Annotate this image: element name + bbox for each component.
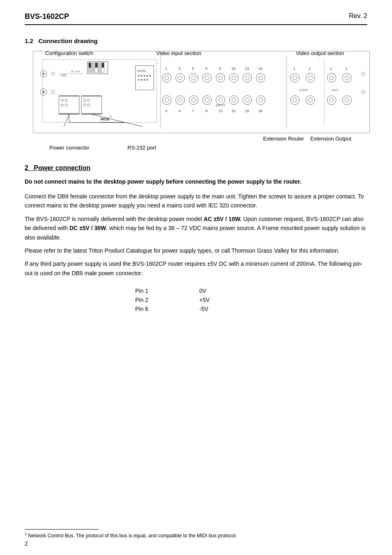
svg-point-59 bbox=[216, 73, 225, 82]
svg-point-22 bbox=[138, 75, 140, 76]
section-2-title: 2 Power connection bbox=[25, 164, 367, 172]
svg-point-40 bbox=[88, 99, 90, 101]
svg-text:5: 5 bbox=[192, 67, 194, 71]
svg-point-33 bbox=[65, 99, 67, 101]
svg-point-53 bbox=[189, 73, 198, 82]
svg-text:8: 8 bbox=[205, 109, 208, 113]
svg-point-99 bbox=[293, 76, 297, 80]
svg-point-47 bbox=[162, 73, 171, 82]
diagram-bottom-labels: Power connector RS-232 port Extension Ro… bbox=[33, 136, 370, 152]
svg-point-72 bbox=[165, 98, 169, 102]
svg-point-66 bbox=[245, 76, 249, 80]
svg-point-62 bbox=[229, 73, 238, 82]
svg-text:1: 1 bbox=[165, 67, 167, 71]
svg-point-89 bbox=[243, 96, 252, 105]
svg-text:14: 14 bbox=[258, 67, 263, 71]
svg-point-27 bbox=[138, 79, 140, 81]
svg-point-115 bbox=[306, 96, 315, 105]
connection-diagram: MID IN OUT RS232 bbox=[33, 51, 370, 133]
extension-router-label: Extension Router bbox=[263, 136, 304, 142]
svg-point-41 bbox=[83, 104, 86, 106]
svg-point-84 bbox=[219, 98, 223, 102]
svg-text:2: 2 bbox=[179, 67, 181, 71]
svg-point-69 bbox=[259, 76, 263, 80]
svg-point-77 bbox=[189, 96, 198, 105]
svg-point-109 bbox=[345, 76, 349, 80]
svg-point-98 bbox=[291, 73, 300, 82]
svg-rect-8 bbox=[95, 63, 98, 68]
svg-line-127 bbox=[92, 114, 143, 127]
svg-rect-3 bbox=[92, 63, 95, 73]
svg-point-30 bbox=[146, 79, 148, 81]
table-row: Pin 6-5V bbox=[135, 305, 257, 313]
warning-text: Do not connect mains to the desktop powe… bbox=[25, 177, 367, 186]
svg-point-51 bbox=[178, 76, 182, 80]
svg-text:3: 3 bbox=[165, 109, 167, 113]
document-title: BVS-1602CP bbox=[25, 12, 69, 21]
svg-point-23 bbox=[141, 75, 142, 76]
svg-point-56 bbox=[203, 73, 212, 82]
svg-point-116 bbox=[308, 98, 312, 102]
svg-point-102 bbox=[308, 76, 312, 80]
footer: 1 Network Control Bus. The protocol of t… bbox=[25, 529, 367, 539]
svg-text:OUT: OUT bbox=[332, 88, 339, 92]
paragraph-1: Connect the DB9 female connector from th… bbox=[25, 192, 367, 210]
svg-point-106 bbox=[330, 76, 334, 80]
svg-text:LOOP: LOOP bbox=[299, 88, 308, 92]
svg-point-120 bbox=[345, 98, 349, 102]
svg-text:1: 1 bbox=[330, 67, 332, 71]
section-connection-drawing: 1.2 Connection drawing Configuration swi… bbox=[25, 37, 367, 152]
svg-text:16: 16 bbox=[258, 109, 263, 113]
svg-rect-44 bbox=[81, 113, 102, 114]
svg-rect-43 bbox=[81, 95, 102, 97]
section-power-connection: 2 Power connection Do not connect mains … bbox=[25, 164, 367, 314]
svg-point-108 bbox=[343, 73, 352, 82]
svg-point-39 bbox=[83, 99, 86, 101]
svg-text:11: 11 bbox=[219, 109, 223, 113]
diagram-svg: MID IN OUT RS232 bbox=[33, 51, 369, 133]
svg-point-57 bbox=[205, 76, 209, 80]
svg-point-25 bbox=[146, 75, 148, 76]
power-connector-label: Power connector bbox=[49, 145, 90, 151]
svg-point-118 bbox=[330, 98, 334, 102]
svg-text:7: 7 bbox=[192, 109, 194, 113]
svg-point-15 bbox=[51, 90, 55, 94]
svg-point-11 bbox=[42, 72, 45, 75]
footnote: 1 Network Control Bus. The protocol of t… bbox=[25, 532, 367, 539]
svg-text:4: 4 bbox=[179, 109, 181, 113]
svg-rect-7 bbox=[89, 63, 91, 68]
svg-rect-9 bbox=[101, 63, 104, 68]
rs232-port-label: RS-232 port bbox=[127, 145, 156, 151]
section-1-2-title: 1.2 Connection drawing bbox=[25, 37, 367, 44]
svg-point-74 bbox=[176, 96, 185, 105]
svg-point-60 bbox=[219, 76, 223, 80]
table-row: Pin 10V bbox=[135, 287, 257, 295]
table-row: Pin 2+5V bbox=[135, 296, 257, 304]
svg-text:12: 12 bbox=[231, 109, 235, 113]
page: BVS-1602CP Rev. 2 1.2 Connection drawing… bbox=[0, 0, 392, 555]
svg-text:IN: IN bbox=[71, 70, 74, 73]
svg-point-81 bbox=[205, 98, 209, 102]
svg-text:9: 9 bbox=[219, 67, 221, 71]
svg-text:1: 1 bbox=[110, 115, 112, 118]
svg-point-34 bbox=[61, 104, 63, 106]
svg-text:INPUT: INPUT bbox=[216, 104, 226, 107]
svg-text:OUT: OUT bbox=[75, 70, 81, 73]
svg-point-54 bbox=[191, 76, 196, 80]
page-number: 2 bbox=[25, 540, 28, 547]
svg-point-113 bbox=[291, 96, 300, 105]
svg-text:RS232: RS232 bbox=[137, 69, 146, 72]
svg-point-71 bbox=[162, 96, 171, 105]
svg-point-86 bbox=[229, 96, 238, 105]
svg-point-87 bbox=[232, 98, 236, 102]
svg-point-119 bbox=[343, 96, 352, 105]
svg-point-75 bbox=[178, 98, 182, 102]
paragraph-4: If any third party power supply is used … bbox=[25, 259, 367, 278]
svg-point-14 bbox=[51, 72, 55, 75]
svg-text:13: 13 bbox=[245, 67, 249, 71]
revision: Rev. 2 bbox=[349, 12, 367, 20]
svg-text:MID: MID bbox=[61, 74, 66, 77]
svg-point-63 bbox=[232, 76, 236, 80]
svg-point-90 bbox=[245, 98, 249, 102]
svg-point-50 bbox=[176, 73, 185, 82]
